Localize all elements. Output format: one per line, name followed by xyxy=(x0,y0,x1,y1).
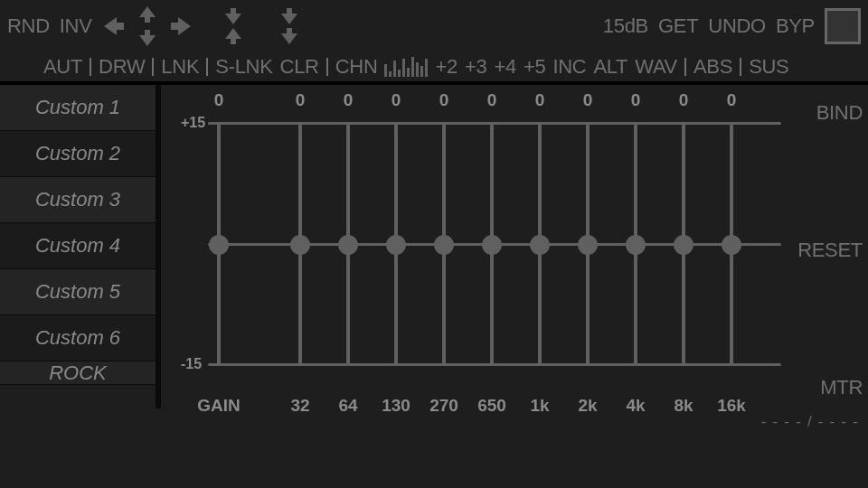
inc-button[interactable]: INC xyxy=(552,55,586,79)
divider xyxy=(740,58,741,76)
undo-button[interactable]: UNDO xyxy=(708,14,766,38)
band-slider-64[interactable]: 0 64 xyxy=(337,117,359,385)
preset-item[interactable]: Custom 1 xyxy=(0,85,156,131)
arrows-converge-icon[interactable] xyxy=(222,8,245,44)
slider-value: 0 xyxy=(517,90,562,110)
plus2-button[interactable]: +2 xyxy=(435,55,457,79)
preset-item[interactable]: Custom 4 xyxy=(0,223,156,269)
slider-knob[interactable] xyxy=(434,235,454,255)
preset-item[interactable]: Custom 5 xyxy=(0,269,156,315)
preset-item[interactable]: Custom 2 xyxy=(0,131,156,177)
arrow-right-icon[interactable] xyxy=(169,8,193,44)
slnk-button[interactable]: S-LNK xyxy=(215,55,272,79)
gain-slider[interactable]: 0 GAIN xyxy=(208,117,230,385)
slider-knob[interactable] xyxy=(338,235,358,255)
slider-knob[interactable] xyxy=(674,235,693,255)
chn-button[interactable]: CHN xyxy=(335,55,378,79)
divider xyxy=(684,58,686,76)
slider-knob[interactable] xyxy=(722,235,741,255)
band-slider-16k[interactable]: 0 16k xyxy=(721,117,742,385)
slider-knob[interactable] xyxy=(290,235,310,255)
channel-levels-icon xyxy=(384,57,428,77)
lnk-button[interactable]: LNK xyxy=(161,55,199,79)
slider-freq: 16k xyxy=(704,396,759,416)
slider-freq: 64 xyxy=(321,396,375,416)
divider xyxy=(326,58,328,76)
slider-freq: 130 xyxy=(369,396,423,416)
axis-top-label: +15 xyxy=(181,115,205,131)
band-slider-32[interactable]: 0 32 xyxy=(289,117,311,385)
inv-button[interactable]: INV xyxy=(60,14,92,38)
slider-value: 0 xyxy=(373,90,419,110)
band-slider-650[interactable]: 0 650 xyxy=(481,117,503,385)
band-slider-4k[interactable]: 0 4k xyxy=(625,117,646,385)
divider xyxy=(152,58,154,76)
slider-value: 0 xyxy=(196,90,241,110)
slider-knob[interactable] xyxy=(530,235,550,255)
slider-value: 0 xyxy=(469,90,514,110)
slider-freq: 4k xyxy=(609,396,663,416)
equalizer-panel: BIND RESET MTR +15 -15 0 GAIN 0 32 xyxy=(161,85,868,408)
slider-knob[interactable] xyxy=(209,235,229,255)
mode-bar: AUT DRW LNK S-LNK CLR CHN +2 +3 +4 +5 IN… xyxy=(0,52,868,85)
preset-item[interactable]: ROCK xyxy=(0,361,156,385)
preset-list: Custom 1 Custom 2 Custom 3 Custom 4 Cust… xyxy=(0,85,161,408)
abs-button[interactable]: ABS xyxy=(693,55,732,79)
band-slider-8k[interactable]: 0 8k xyxy=(673,117,694,385)
slider-value: 0 xyxy=(421,90,467,110)
time-display: - - - - / - - - - xyxy=(761,413,859,431)
slider-knob[interactable] xyxy=(626,235,646,255)
slider-freq: 650 xyxy=(465,396,519,416)
indicator-box[interactable] xyxy=(825,8,861,44)
slider-knob[interactable] xyxy=(578,235,598,255)
get-button[interactable]: GET xyxy=(658,14,698,38)
slider-knob[interactable] xyxy=(386,235,406,255)
plus5-button[interactable]: +5 xyxy=(524,55,545,79)
mtr-button[interactable]: MTR xyxy=(820,376,863,399)
clr-button[interactable]: CLR xyxy=(280,55,319,79)
aut-button[interactable]: AUT xyxy=(43,55,82,79)
slider-freq: 8k xyxy=(656,396,711,416)
divider xyxy=(90,58,91,76)
slider-freq: 2k xyxy=(561,396,615,416)
rnd-button[interactable]: RND xyxy=(7,14,50,38)
slider-value: 0 xyxy=(565,90,610,110)
bypass-button[interactable]: BYP xyxy=(776,14,815,38)
divider xyxy=(206,58,208,76)
drw-button[interactable]: DRW xyxy=(99,55,145,79)
arrow-left-icon[interactable] xyxy=(102,8,126,44)
band-slider-2k[interactable]: 0 2k xyxy=(577,117,599,385)
slider-value: 0 xyxy=(709,90,754,110)
preset-item[interactable]: Custom 6 xyxy=(0,315,156,361)
arrows-down-stack-icon[interactable] xyxy=(278,8,301,44)
slider-freq: 270 xyxy=(417,396,471,416)
plus3-button[interactable]: +3 xyxy=(465,55,486,79)
slider-freq: 1k xyxy=(513,396,567,416)
slider-freq: 32 xyxy=(273,396,327,416)
db-range-button[interactable]: 15dB xyxy=(603,14,648,38)
plus4-button[interactable]: +4 xyxy=(494,55,515,79)
slider-value: 0 xyxy=(661,90,706,110)
band-slider-270[interactable]: 0 270 xyxy=(433,117,455,385)
slider-knob[interactable] xyxy=(482,235,502,255)
band-slider-130[interactable]: 0 130 xyxy=(385,117,407,385)
sus-button[interactable]: SUS xyxy=(749,55,788,79)
alt-button[interactable]: ALT xyxy=(593,55,627,79)
bind-button[interactable]: BIND xyxy=(816,101,863,125)
slider-value: 0 xyxy=(278,90,323,110)
arrows-up-down-icon[interactable] xyxy=(136,8,159,44)
slider-label: GAIN xyxy=(192,396,246,416)
preset-item[interactable]: Custom 3 xyxy=(0,177,156,223)
slider-value: 0 xyxy=(326,90,371,110)
top-toolbar: RND INV 15dB GET UNDO BYP xyxy=(0,0,868,52)
slider-area: +15 -15 0 GAIN 0 32 0 64 xyxy=(199,117,790,385)
slider-value: 0 xyxy=(613,90,658,110)
wav-button[interactable]: WAV xyxy=(635,55,677,79)
axis-bot-label: -15 xyxy=(181,356,202,372)
band-slider-1k[interactable]: 0 1k xyxy=(529,117,551,385)
reset-button[interactable]: RESET xyxy=(797,239,863,262)
